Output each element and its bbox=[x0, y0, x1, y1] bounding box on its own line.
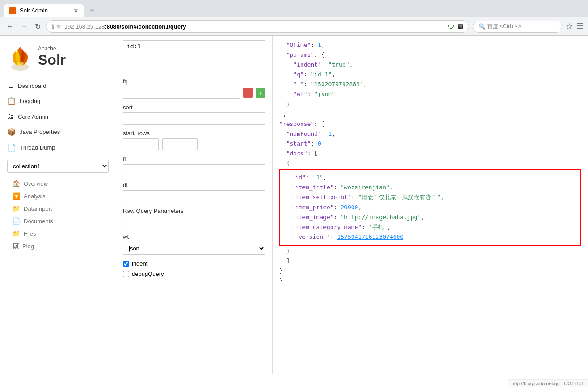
highlighted-result-block: "id": "1", "item_title": "wozairenjian",… bbox=[279, 169, 581, 246]
tab-favicon bbox=[9, 7, 16, 14]
fq-input[interactable] bbox=[123, 87, 240, 99]
search-box[interactable]: 🔍 百度 <Ctrl+K> bbox=[473, 21, 562, 33]
sidebar-item-logging[interactable]: 📋 Logging bbox=[0, 93, 116, 109]
raw-query-field-group: Raw Query Parameters key1=val1&key2=val2 bbox=[123, 208, 265, 228]
sort-input[interactable] bbox=[123, 112, 265, 125]
indent-checkbox[interactable] bbox=[123, 261, 129, 267]
id-val: "1" bbox=[313, 174, 323, 181]
active-tab[interactable]: Solr Admin ✕ bbox=[4, 4, 84, 17]
item-title-val: "wozairenjian" bbox=[340, 184, 390, 191]
sidebar-item-label: Logging bbox=[20, 98, 40, 104]
fl-label: fl bbox=[123, 156, 265, 162]
search-icon: 🔍 bbox=[479, 23, 486, 30]
sidebar-item-ping[interactable]: 🖼 Ping bbox=[0, 240, 116, 252]
item-image-key: "item_image" bbox=[292, 214, 334, 221]
logo-apache-text: Apache bbox=[38, 46, 66, 52]
svg-point-1 bbox=[17, 62, 24, 66]
item-category-name-val: "手机" bbox=[369, 224, 387, 230]
sidebar-item-label: Java Properties bbox=[20, 129, 60, 135]
wt-select[interactable]: json xml python ruby php csv bbox=[123, 242, 265, 255]
item-title-key: "item_title" bbox=[292, 184, 334, 191]
forward-button[interactable]: → bbox=[19, 21, 29, 32]
overview-icon: 🏠 bbox=[13, 180, 20, 187]
sub-nav-label: Analysis bbox=[24, 193, 45, 200]
sidebar-item-label: Thread Dump bbox=[20, 144, 55, 151]
fq-label: fq bbox=[123, 78, 265, 85]
tab-close-button[interactable]: ✕ bbox=[73, 7, 79, 14]
collection-select[interactable]: collection1 bbox=[7, 160, 109, 173]
thread-dump-icon: 📄 bbox=[7, 143, 16, 152]
sidebar-item-analysis[interactable]: 🔽 Analysis bbox=[0, 190, 116, 202]
info-icon: ℹ bbox=[52, 23, 54, 30]
ping-icon: 🖼 bbox=[13, 242, 19, 250]
collection-select-area: collection1 bbox=[0, 155, 116, 177]
version-key: "_version_" bbox=[292, 233, 330, 240]
fl-field-group: fl bbox=[123, 156, 265, 176]
indent-label: indent bbox=[132, 260, 147, 267]
rows-input[interactable]: 10 bbox=[162, 138, 198, 150]
df-label: df bbox=[123, 182, 265, 188]
solr-logo-icon bbox=[7, 42, 34, 71]
search-placeholder: 百度 <Ctrl+K> bbox=[487, 23, 521, 30]
start-rows-label: start, rows bbox=[123, 130, 265, 137]
url-box[interactable]: ℹ ✏ 192.168.25.128:8080/solr/#/collectio… bbox=[46, 20, 469, 33]
indent-checkbox-row: indent bbox=[123, 260, 265, 267]
tab-bar: Solr Admin ✕ + bbox=[0, 0, 588, 17]
item-sell-point-val: "清仓！仅北京，武汉仓有货！" bbox=[358, 194, 441, 200]
menu-button[interactable]: ☰ bbox=[576, 21, 584, 31]
sidebar-item-java-properties[interactable]: 📦 Java Properties bbox=[0, 124, 116, 140]
highlighted-json: "id": "1", "item_title": "wozairenjian",… bbox=[285, 173, 576, 242]
wt-label: wt bbox=[123, 233, 265, 240]
sidebar-item-label: Dashboard bbox=[18, 83, 46, 89]
fq-remove-button[interactable]: − bbox=[243, 88, 253, 98]
sidebar-item-dataimport[interactable]: 📁 Dataimport bbox=[0, 202, 116, 215]
core-admin-icon: 🗂 bbox=[7, 112, 14, 121]
debugquery-checkbox-row: debugQuery bbox=[123, 270, 265, 277]
qr-icon: ▦ bbox=[457, 22, 463, 30]
bookmark-button[interactable]: ☆ bbox=[566, 21, 573, 31]
result-panel: "QTime": 1, "params": { "indent": "true"… bbox=[273, 36, 588, 374]
url-port: :8080/solr/#/collection1/query bbox=[105, 23, 186, 30]
q-input[interactable]: id:1 bbox=[123, 40, 265, 71]
shield-icon: 🛡 bbox=[448, 23, 454, 30]
sidebar-item-core-admin[interactable]: 🗂 Core Admin bbox=[0, 109, 116, 124]
logo-text-area: Apache Solr bbox=[38, 46, 66, 68]
dashboard-icon: 🖥 bbox=[7, 82, 14, 90]
start-rows-field-group: start, rows 0 10 bbox=[123, 130, 265, 150]
java-properties-icon: 📦 bbox=[7, 128, 16, 136]
q-field-group: id:1 bbox=[123, 40, 265, 73]
debugquery-checkbox[interactable] bbox=[123, 271, 129, 277]
df-input[interactable] bbox=[123, 190, 265, 202]
item-price-val: 29900 bbox=[340, 204, 358, 211]
url-prefix: 192.168.25.128 bbox=[64, 23, 105, 30]
dataimport-icon: 📁 bbox=[13, 205, 20, 212]
item-image-val: "http://image.haha.jpg" bbox=[340, 214, 421, 221]
start-input[interactable]: 0 bbox=[123, 138, 159, 150]
version-val[interactable]: 1575041716123074600 bbox=[337, 233, 403, 240]
fq-add-button[interactable]: + bbox=[256, 88, 265, 98]
fl-input[interactable] bbox=[123, 164, 265, 176]
raw-query-label: Raw Query Parameters bbox=[123, 208, 265, 214]
files-icon: 📁 bbox=[13, 230, 20, 237]
fq-field-group: fq − + bbox=[123, 78, 265, 99]
back-button[interactable]: ← bbox=[4, 21, 15, 32]
sidebar-item-thread-dump[interactable]: 📄 Thread Dump bbox=[0, 140, 116, 155]
raw-query-input[interactable]: key1=val1&key2=val2 bbox=[123, 216, 265, 228]
sidebar-item-documents[interactable]: 📄 Documents bbox=[0, 215, 116, 227]
browser-chrome: Solr Admin ✕ + ← → ↻ ℹ ✏ 192.168.25.128:… bbox=[0, 0, 588, 36]
new-tab-button[interactable]: + bbox=[86, 4, 98, 17]
analysis-icon: 🔽 bbox=[13, 192, 20, 200]
address-bar: ← → ↻ ℹ ✏ 192.168.25.128:8080/solr/#/col… bbox=[0, 17, 588, 35]
result-json: "QTime": 1, "params": { "indent": "true"… bbox=[279, 40, 581, 168]
item-price-key: "item_price" bbox=[292, 204, 334, 211]
documents-icon: 📄 bbox=[13, 217, 20, 225]
logo-area: Apache Solr bbox=[0, 36, 116, 78]
sidebar-item-overview[interactable]: 🏠 Overview bbox=[0, 177, 116, 190]
reload-button[interactable]: ↻ bbox=[33, 21, 42, 33]
sidebar-item-dashboard[interactable]: 🖥 Dashboard bbox=[0, 78, 116, 93]
sidebar-item-files[interactable]: 📁 Files bbox=[0, 227, 116, 240]
tab-title: Solr Admin bbox=[20, 7, 48, 14]
sub-nav-label: Overview bbox=[24, 180, 48, 187]
url-text: 192.168.25.128:8080/solr/#/collection1/q… bbox=[64, 23, 186, 30]
wt-field-group: wt json xml python ruby php csv bbox=[123, 233, 265, 255]
